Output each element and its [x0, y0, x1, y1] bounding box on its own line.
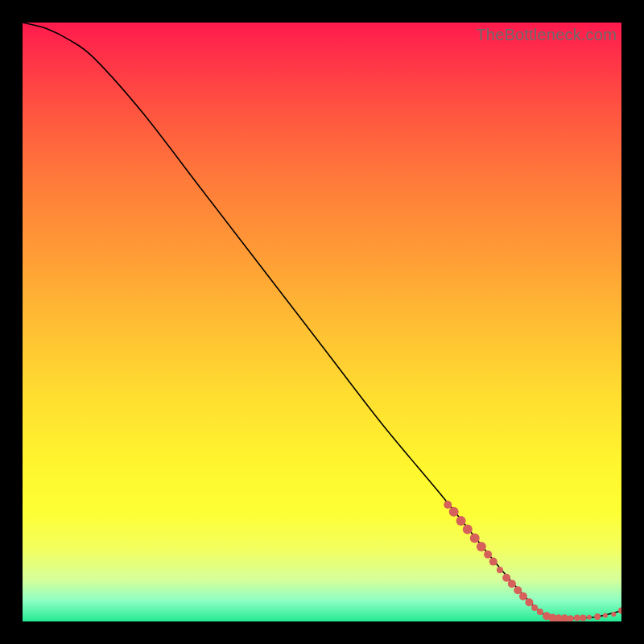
chart-plot-area: TheBottleneck.com [23, 23, 621, 621]
data-point [611, 612, 616, 617]
data-point [603, 613, 608, 618]
data-point [519, 592, 527, 601]
scatter-group [444, 501, 621, 621]
data-point [568, 615, 574, 621]
data-point [484, 551, 492, 559]
data-point [449, 507, 459, 517]
data-point [574, 615, 580, 621]
data-point [444, 501, 452, 509]
data-point [587, 615, 592, 620]
data-point [497, 567, 503, 573]
data-point [514, 586, 522, 594]
data-point [537, 609, 543, 615]
data-point [463, 524, 473, 534]
data-point [580, 615, 586, 621]
data-point [618, 608, 621, 614]
data-point [456, 516, 466, 526]
data-point [531, 605, 538, 611]
data-point [508, 580, 516, 588]
data-point [525, 598, 533, 606]
data-point [477, 542, 486, 551]
data-point [470, 534, 480, 543]
data-point [489, 558, 497, 566]
data-point [502, 574, 510, 582]
data-point [594, 613, 601, 620]
bottleneck-curve [23, 23, 621, 619]
chart-svg [23, 23, 621, 621]
